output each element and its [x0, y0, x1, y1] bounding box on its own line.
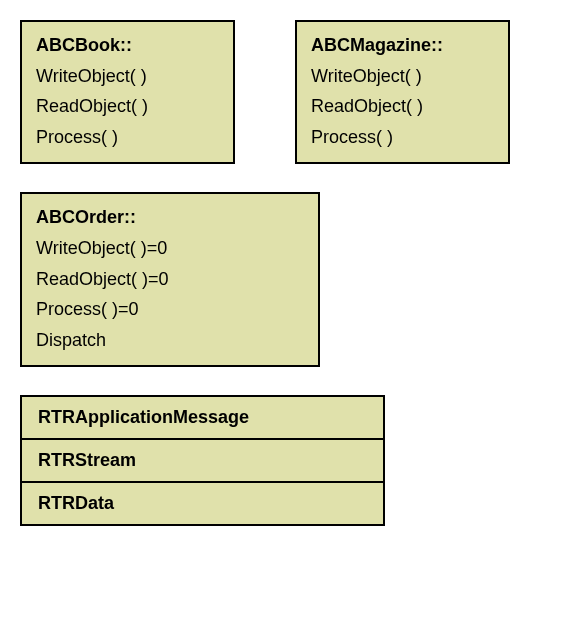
class-box-abcmagazine: ABCMagazine:: WriteObject( ) ReadObject(…: [295, 20, 510, 164]
class-method: WriteObject( )=0: [36, 233, 304, 264]
class-method: Dispatch: [36, 325, 304, 356]
middle-row: ABCOrder:: WriteObject( )=0 ReadObject( …: [20, 192, 549, 367]
class-title: ABCBook::: [36, 30, 219, 61]
class-method: WriteObject( ): [311, 61, 494, 92]
class-box-abcorder: ABCOrder:: WriteObject( )=0 ReadObject( …: [20, 192, 320, 367]
stack-row: RTRStream: [22, 440, 383, 483]
class-title: ABCMagazine::: [311, 30, 494, 61]
top-row: ABCBook:: WriteObject( ) ReadObject( ) P…: [20, 20, 549, 164]
class-box-abcbook: ABCBook:: WriteObject( ) ReadObject( ) P…: [20, 20, 235, 164]
stack-row: RTRApplicationMessage: [22, 397, 383, 440]
class-method: WriteObject( ): [36, 61, 219, 92]
class-method: Process( )=0: [36, 294, 304, 325]
class-stack-rtr: RTRApplicationMessage RTRStream RTRData: [20, 395, 385, 526]
class-method: Process( ): [311, 122, 494, 153]
class-method: Process( ): [36, 122, 219, 153]
class-method: ReadObject( ): [311, 91, 494, 122]
class-method: ReadObject( )=0: [36, 264, 304, 295]
class-method: ReadObject( ): [36, 91, 219, 122]
class-title: ABCOrder::: [36, 202, 304, 233]
stack-row: RTRData: [22, 483, 383, 524]
